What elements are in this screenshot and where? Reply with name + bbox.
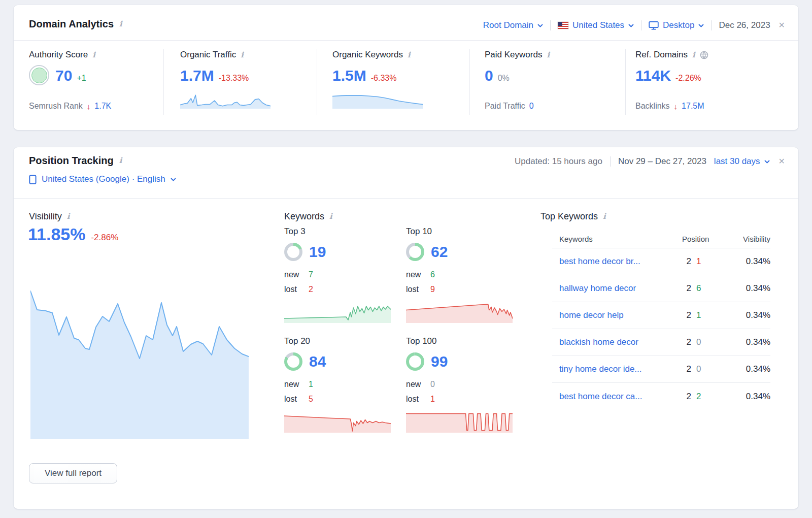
metric-label: Organic Keywords i bbox=[332, 50, 411, 60]
column-header-visibility: Visibility bbox=[731, 235, 770, 243]
keyword-group-top-10: Top 1062new6lost9 bbox=[406, 226, 513, 323]
authority-score-gauge bbox=[29, 65, 49, 85]
keyword-link[interactable]: home decor help bbox=[552, 310, 675, 320]
lost-keywords-line: lost5 bbox=[284, 392, 391, 406]
metric-ref-domains: Ref. Domains i 114K -2.26% Backlinks ↓ 1… bbox=[635, 41, 788, 122]
chevron-down-icon bbox=[537, 24, 543, 27]
country-select[interactable]: United States bbox=[558, 20, 634, 30]
mobile-device-icon bbox=[29, 175, 37, 184]
info-icon[interactable]: i bbox=[92, 51, 95, 59]
new-keywords-line: new1 bbox=[284, 377, 391, 392]
info-icon[interactable]: i bbox=[408, 51, 411, 59]
visibility-area-chart bbox=[30, 275, 249, 439]
root-domain-label: Root Domain bbox=[483, 20, 533, 30]
visibility-cell: 0.34% bbox=[731, 392, 770, 402]
metric-organic-keywords: Organic Keywords i 1.5M -6.33% bbox=[332, 41, 465, 122]
globe-icon bbox=[700, 51, 708, 59]
position-cell: 20 bbox=[675, 337, 731, 347]
keyword-count: 84 bbox=[309, 353, 326, 370]
close-icon[interactable]: ✕ bbox=[779, 157, 785, 166]
keyword-group-title: Top 10 bbox=[406, 226, 513, 237]
donut-chart bbox=[406, 352, 424, 371]
traffic-sparkline bbox=[180, 92, 270, 109]
visibility-section-label: Visibility i bbox=[29, 211, 70, 222]
divider bbox=[14, 198, 798, 199]
position-diff: 2 bbox=[696, 392, 701, 402]
info-icon[interactable]: i bbox=[547, 51, 550, 59]
new-count: 7 bbox=[309, 270, 313, 279]
visibility-value: 11.85% bbox=[28, 224, 85, 244]
lost-count: 9 bbox=[430, 285, 435, 294]
info-icon[interactable]: i bbox=[692, 51, 695, 59]
view-full-report-button[interactable]: View full report bbox=[29, 463, 117, 483]
keyword-group-title: Top 100 bbox=[406, 336, 513, 346]
visibility-cell: 0.34% bbox=[731, 337, 770, 347]
keyword-link[interactable]: best home decor ca... bbox=[552, 392, 675, 402]
metric-value: 1.5M bbox=[332, 67, 366, 84]
domain-analytics-controls: Root Domain United States Desktop Dec 26… bbox=[483, 20, 785, 30]
paid-traffic-line: Paid Traffic 0 bbox=[485, 102, 534, 111]
metric-value-row: 70 +1 bbox=[55, 67, 86, 84]
position-cell: 26 bbox=[675, 283, 731, 294]
lost-count: 5 bbox=[309, 395, 313, 404]
new-count: 0 bbox=[430, 380, 435, 389]
info-icon[interactable]: i bbox=[603, 213, 606, 220]
position-diff: 0 bbox=[696, 337, 701, 347]
period-select[interactable]: last 30 days bbox=[714, 156, 770, 167]
new-count: 1 bbox=[309, 380, 313, 389]
position-cell: 21 bbox=[675, 310, 731, 320]
section-title: Position Tracking bbox=[29, 155, 114, 167]
keyword-group-top-100: Top 10099new0lost1 bbox=[406, 336, 513, 433]
metric-paid-keywords: Paid Keywords i 0 0% Paid Traffic 0 bbox=[485, 41, 622, 122]
donut-chart bbox=[406, 243, 424, 261]
updated-label: Updated: 15 hours ago bbox=[515, 156, 602, 167]
trend-sparkline bbox=[406, 410, 513, 433]
keyword-link[interactable]: tiny home decor ide... bbox=[552, 364, 675, 374]
trend-sparkline bbox=[406, 300, 513, 323]
device-label: Desktop bbox=[663, 20, 694, 30]
keyword-link[interactable]: blackish home decor bbox=[552, 337, 675, 347]
keyword-count: 19 bbox=[309, 243, 326, 261]
backlinks-value[interactable]: 17.5M bbox=[682, 102, 704, 111]
visibility-value-row: 11.85% -2.86% bbox=[28, 224, 118, 244]
paid-traffic-value[interactable]: 0 bbox=[529, 102, 534, 111]
keyword-count: 99 bbox=[431, 353, 448, 370]
metric-organic-traffic: Organic Traffic i 1.7M -13.33% bbox=[180, 41, 313, 122]
metric-delta: +1 bbox=[77, 74, 86, 83]
info-icon[interactable]: i bbox=[241, 51, 244, 59]
chevron-down-icon bbox=[628, 24, 634, 27]
metric-label: Organic Traffic i bbox=[180, 50, 244, 60]
info-icon[interactable]: i bbox=[67, 213, 70, 220]
position-tracking-meta: Updated: 15 hours ago Nov 29 – Dec 27, 2… bbox=[515, 156, 785, 167]
position-diff: 0 bbox=[696, 364, 701, 374]
metric-delta: -2.26% bbox=[675, 74, 701, 83]
semrush-rank-value[interactable]: 1.7K bbox=[94, 102, 111, 111]
info-icon[interactable]: i bbox=[119, 20, 122, 28]
info-icon[interactable]: i bbox=[119, 157, 122, 165]
date-selector[interactable]: Dec 26, 2023 bbox=[719, 20, 770, 30]
close-icon[interactable]: ✕ bbox=[779, 21, 785, 29]
metric-value: 114K bbox=[635, 67, 671, 84]
divider bbox=[317, 49, 317, 115]
device-select[interactable]: Desktop bbox=[649, 20, 704, 30]
country-label: United States bbox=[572, 20, 624, 30]
period-label: last 30 days bbox=[714, 156, 760, 167]
info-icon[interactable]: i bbox=[329, 213, 332, 220]
metric-value: 0 bbox=[485, 67, 493, 84]
position-diff: 1 bbox=[696, 256, 701, 267]
keyword-link[interactable]: hallway home decor bbox=[552, 283, 675, 294]
table-row: tiny home decor ide...200.34% bbox=[552, 356, 770, 383]
position-cell: 20 bbox=[675, 364, 731, 374]
arrow-down-icon: ↓ bbox=[674, 102, 678, 111]
geo-select[interactable]: United States (Google) · English bbox=[29, 174, 176, 184]
metric-delta: 0% bbox=[498, 74, 510, 83]
date-range-label: Nov 29 – Dec 27, 2023 bbox=[618, 156, 706, 167]
root-domain-select[interactable]: Root Domain bbox=[483, 20, 543, 30]
visibility-delta: -2.86% bbox=[91, 233, 118, 243]
visibility-cell: 0.34% bbox=[731, 364, 770, 374]
keyword-link[interactable]: best home decor br... bbox=[552, 256, 675, 267]
chevron-down-icon bbox=[171, 178, 176, 181]
lost-count: 1 bbox=[430, 395, 435, 404]
column-header-keywords: Keywords bbox=[552, 235, 675, 243]
visibility-cell: 0.34% bbox=[731, 310, 770, 320]
